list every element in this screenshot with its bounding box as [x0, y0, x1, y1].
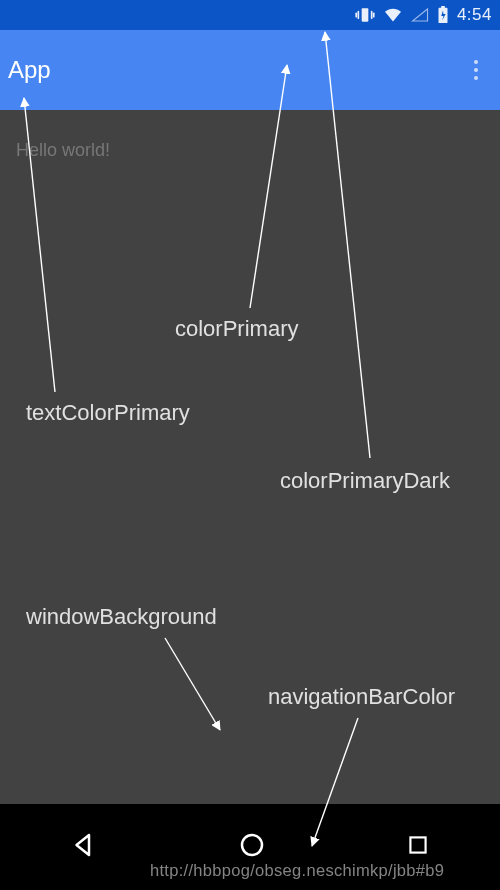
vibrate-icon	[355, 5, 375, 25]
phone-frame: 4:54 App Hello world! colorPrimary textC…	[0, 0, 500, 890]
svg-point-7	[242, 835, 262, 855]
hello-text: Hello world!	[16, 140, 110, 161]
label-colorPrimaryDark: colorPrimaryDark	[280, 468, 450, 494]
wifi-icon	[383, 7, 403, 23]
watermark-text: http://hbbpog/obseg.neschimkp/jbb#b9	[150, 861, 444, 880]
app-title: App	[8, 56, 51, 84]
overflow-menu-icon[interactable]	[464, 50, 488, 90]
svg-rect-6	[441, 6, 445, 9]
svg-rect-0	[362, 8, 369, 21]
label-colorPrimary: colorPrimary	[175, 316, 298, 342]
battery-charging-icon	[437, 6, 449, 24]
label-textColorPrimary: textColorPrimary	[26, 400, 190, 426]
signal-icon	[411, 7, 429, 23]
nav-home-icon[interactable]	[237, 830, 267, 864]
label-windowBackground: windowBackground	[26, 604, 217, 630]
window-background: Hello world! colorPrimary textColorPrima…	[0, 110, 500, 804]
nav-recent-icon[interactable]	[405, 832, 431, 862]
label-navigationBarColor: navigationBarColor	[268, 684, 455, 710]
status-bar: 4:54	[0, 0, 500, 30]
svg-rect-8	[410, 837, 425, 852]
nav-back-icon[interactable]	[69, 830, 99, 864]
app-bar: App	[0, 30, 500, 110]
status-clock: 4:54	[457, 5, 492, 25]
